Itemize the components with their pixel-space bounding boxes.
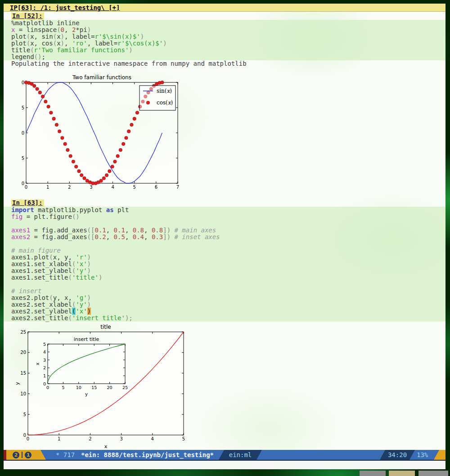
svg-text:10: 10 [20,391,26,396]
modified-flag-and-line: * 717 [56,450,75,460]
taskbar-item[interactable] [389,471,415,476]
svg-text:20: 20 [107,385,112,390]
figure-insert-title-inset-axes: 0510152025012345insert titleyx [35,334,139,397]
code-cell-63[interactable]: import matplotlib.pyplot as pltfig = plt… [4,207,446,322]
svg-text:0: 0 [23,433,26,438]
badge-divider [22,452,22,458]
svg-text:x: x [35,363,40,365]
svg-text:sin(x): sin(x) [157,88,172,94]
input-prompt-63[interactable]: In [63]: [11,199,44,207]
screen-badge-1[interactable]: 1 [25,452,32,458]
emacs-mode-line[interactable]: 2 1 * 717 *ein: 8888/test.ipynb/just_tes… [4,450,446,461]
major-mode-segment[interactable]: ein:ml [219,450,262,460]
svg-text:1: 1 [46,185,49,190]
mode-line-left-edge [4,450,6,460]
svg-text:2: 2 [43,365,46,370]
screen-badge-2[interactable]: 2 [13,452,19,458]
svg-text:6: 6 [155,185,158,190]
svg-text:5: 5 [23,412,26,417]
taskbar-item[interactable] [360,471,386,476]
window-title: IP[63]: /1: just_testing\ [+] [10,4,120,11]
svg-text:15: 15 [20,371,26,376]
svg-text:3: 3 [90,185,92,190]
svg-text:y: y [15,382,20,385]
major-mode: ein:ml [229,451,252,458]
svg-text:0: 0 [25,185,27,190]
clock: 34:20 [388,451,407,458]
time-segment: 34:20 [380,450,415,460]
svg-text:cos(x): cos(x) [157,100,173,106]
svg-text:0: 0 [27,436,29,441]
svg-text:y: y [85,392,88,397]
svg-text:1: 1 [58,436,60,441]
svg-text:4: 4 [43,349,46,354]
svg-text:5: 5 [43,342,46,347]
svg-text:25: 25 [20,330,26,335]
svg-text:25: 25 [122,385,128,390]
svg-text:2: 2 [89,436,91,441]
svg-text:3: 3 [120,436,122,441]
code-cell-52[interactable]: %matplotlib inlinex = linspace(0, 2*pi)p… [4,20,446,60]
desktop: { "window": { "title": "IP[63]: /1: just… [0,0,450,476]
svg-text:1: 1 [43,373,46,378]
input-prompt-52[interactable]: In [52]: [11,13,44,20]
svg-text:10: 10 [76,385,81,390]
svg-text:Two familiar functions: Two familiar functions [72,74,131,81]
tmux-window-title-bar[interactable]: IP[63]: /1: just_testing\ [+] [4,4,446,12]
cell-output-text: Populating the interactive namespace fro… [11,60,247,67]
battery-percentage: 13% [417,450,428,460]
taskbar-item[interactable] [418,471,448,476]
svg-text:x: x [104,444,108,449]
echo-area[interactable] [4,461,446,469]
svg-text:5: 5 [182,436,185,441]
svg-text:-0.5: -0.5 [22,156,24,161]
figure-two-familiar-functions: 01234567-1.0-0.50.00.51.0Two familiar fu… [22,73,190,194]
svg-text:7: 7 [176,185,179,190]
svg-text:0.5: 0.5 [22,105,24,110]
svg-text:insert title: insert title [74,336,99,342]
svg-text:3: 3 [43,358,46,363]
buffer-name[interactable]: *ein: 8888/test.ipynb/just_testing* [81,450,214,460]
mode-line-right-cap [434,450,446,460]
svg-text:15: 15 [91,385,97,390]
svg-text:5: 5 [62,385,64,390]
notebook-buffer[interactable]: In [52]: %matplotlib inlinex = linspace(… [4,12,446,450]
svg-text:4: 4 [111,185,114,190]
svg-text:-1.0: -1.0 [22,181,24,186]
svg-text:0: 0 [46,385,49,390]
svg-text:5: 5 [133,185,136,190]
svg-text:2: 2 [68,185,71,190]
svg-text:1.0: 1.0 [22,80,24,85]
screen-badges-segment[interactable]: 2 1 [6,450,46,460]
svg-text:4: 4 [151,436,154,441]
svg-text:20: 20 [20,350,26,355]
svg-text:0: 0 [43,381,46,386]
terminal-window: IP[63]: /1: just_testing\ [+] In [52]: %… [4,4,446,469]
svg-text:title: title [100,324,111,330]
svg-text:0.0: 0.0 [22,131,24,136]
